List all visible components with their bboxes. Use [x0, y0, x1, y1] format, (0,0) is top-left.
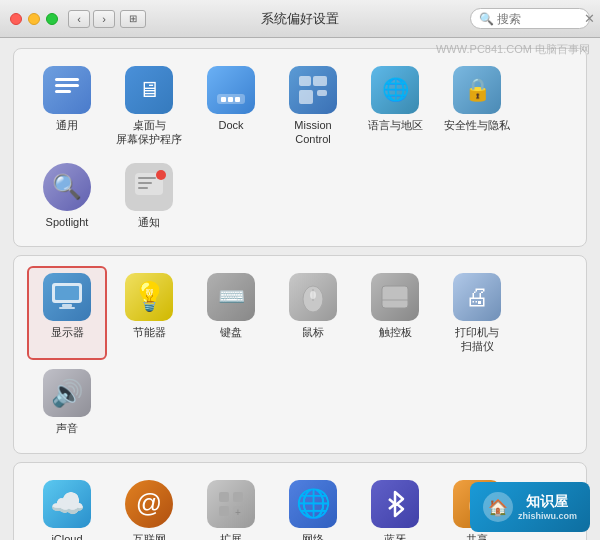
keyboard-label: 键盘 [220, 325, 242, 339]
section-hardware-grid: 显示器 💡 节能器 ⌨️ 键盘 鼠标 [19, 266, 581, 443]
pref-bluetooth[interactable]: 蓝牙 [355, 473, 435, 540]
extend-label: 扩展 [220, 532, 242, 540]
svg-rect-29 [219, 506, 229, 516]
mouse-label: 鼠标 [302, 325, 324, 339]
pref-network[interactable]: 🌐 网络 [273, 473, 353, 540]
general-icon [43, 66, 91, 114]
pref-trackpad[interactable]: 触控板 [355, 266, 435, 361]
pref-extend[interactable]: + 扩展 [191, 473, 271, 540]
pref-security[interactable]: 🔒 安全性与隐私 [437, 59, 517, 154]
svg-rect-4 [221, 97, 226, 102]
svg-rect-1 [55, 84, 79, 87]
section-hardware: 显示器 💡 节能器 ⌨️ 键盘 鼠标 [13, 255, 587, 454]
svg-rect-28 [233, 492, 243, 502]
svg-rect-17 [55, 286, 79, 300]
language-label: 语言与地区 [368, 118, 423, 132]
svg-marker-32 [395, 492, 403, 516]
mission-icon [289, 66, 337, 114]
bluetooth-label: 蓝牙 [384, 532, 406, 540]
svg-point-23 [310, 291, 316, 299]
mouse-icon [289, 273, 337, 321]
trackpad-label: 触控板 [379, 325, 412, 339]
sound-label: 声音 [56, 421, 78, 435]
svg-rect-8 [313, 76, 327, 86]
printer-icon: 🖨 [453, 273, 501, 321]
logo-text: 知识屋 zhishiwu.com [518, 493, 577, 521]
printer-label: 打印机与扫描仪 [455, 325, 499, 354]
spotlight-icon: 🔍 [43, 163, 91, 211]
notify-icon [125, 163, 173, 211]
mission-label: MissionControl [294, 118, 331, 147]
spotlight-label: Spotlight [46, 215, 89, 229]
pref-desktop[interactable]: 🖥 桌面与屏幕保护程序 [109, 59, 189, 154]
search-icon: 🔍 [479, 12, 494, 26]
internet-icon: @ [125, 480, 173, 528]
pref-mouse[interactable]: 鼠标 [273, 266, 353, 361]
search-input[interactable] [497, 12, 582, 26]
pref-dock[interactable]: Dock [191, 59, 271, 154]
svg-rect-18 [62, 304, 72, 307]
search-clear-icon[interactable]: ✕ [584, 11, 595, 26]
pref-sound[interactable]: 🔊 声音 [27, 362, 107, 442]
desktop-icon: 🖥 [125, 66, 173, 114]
window-title: 系统偏好设置 [261, 10, 339, 28]
pref-notify[interactable]: 通知 [109, 156, 189, 236]
svg-rect-6 [235, 97, 240, 102]
svg-text:+: + [235, 507, 241, 518]
titlebar: ‹ › ⊞ 系统偏好设置 🔍 ✕ [0, 0, 600, 38]
svg-rect-12 [138, 177, 156, 179]
pref-energy[interactable]: 💡 节能器 [109, 266, 189, 361]
section-personal-grid: 通用 🖥 桌面与屏幕保护程序 Dock [19, 59, 581, 236]
logo-icon: 🏠 [483, 492, 513, 522]
trackpad-icon [371, 273, 419, 321]
svg-rect-9 [299, 90, 313, 104]
pref-mission[interactable]: MissionControl [273, 59, 353, 154]
share-label: 共享 [466, 532, 488, 540]
pref-icloud[interactable]: ☁️ iCloud [27, 473, 107, 540]
pref-spotlight[interactable]: 🔍 Spotlight [27, 156, 107, 236]
security-icon: 🔒 [453, 66, 501, 114]
extend-icon: + [207, 480, 255, 528]
close-button[interactable] [10, 13, 22, 25]
svg-rect-19 [59, 307, 75, 309]
display-icon [43, 273, 91, 321]
svg-rect-24 [382, 286, 408, 308]
dock-icon [207, 66, 255, 114]
pref-printer[interactable]: 🖨 打印机与扫描仪 [437, 266, 517, 361]
svg-rect-13 [138, 182, 152, 184]
pref-keyboard[interactable]: ⌨️ 键盘 [191, 266, 271, 361]
dock-label: Dock [218, 118, 243, 132]
nav-buttons: ‹ › [68, 10, 115, 28]
general-label: 通用 [56, 118, 78, 132]
display-label: 显示器 [51, 325, 84, 339]
energy-icon: 💡 [125, 273, 173, 321]
forward-button[interactable]: › [93, 10, 115, 28]
network-icon: 🌐 [289, 480, 337, 528]
pref-display[interactable]: 显示器 [27, 266, 107, 361]
icloud-icon: ☁️ [43, 480, 91, 528]
svg-rect-2 [55, 90, 71, 93]
search-box: 🔍 ✕ [470, 8, 590, 29]
maximize-button[interactable] [46, 13, 58, 25]
svg-rect-10 [317, 90, 327, 96]
svg-rect-5 [228, 97, 233, 102]
traffic-lights [10, 13, 58, 25]
logo-overlay: 🏠 知识屋 zhishiwu.com [470, 482, 590, 532]
svg-point-15 [156, 170, 166, 180]
grid-view-button[interactable]: ⊞ [120, 10, 146, 28]
pref-internet[interactable]: @ 互联网帐户 [109, 473, 189, 540]
notify-label: 通知 [138, 215, 160, 229]
minimize-button[interactable] [28, 13, 40, 25]
internet-label: 互联网帐户 [133, 532, 166, 540]
back-button[interactable]: ‹ [68, 10, 90, 28]
preferences-content: 通用 🖥 桌面与屏幕保护程序 Dock [0, 38, 600, 540]
svg-rect-0 [55, 78, 79, 81]
pref-general[interactable]: 通用 [27, 59, 107, 154]
pref-language[interactable]: 🌐 语言与地区 [355, 59, 435, 154]
svg-rect-7 [299, 76, 311, 86]
bluetooth-icon [371, 480, 419, 528]
sound-icon: 🔊 [43, 369, 91, 417]
network-label: 网络 [302, 532, 324, 540]
security-label: 安全性与隐私 [444, 118, 510, 132]
language-icon: 🌐 [371, 66, 419, 114]
